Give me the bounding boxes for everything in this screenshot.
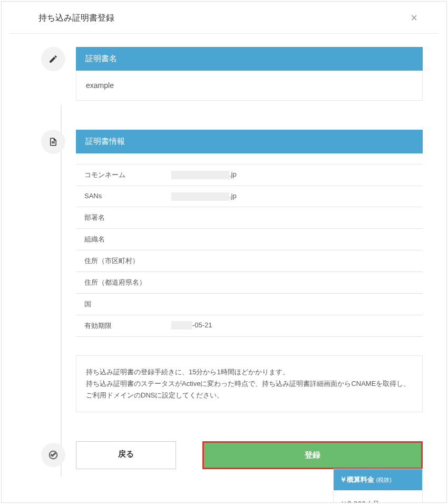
value-department (171, 213, 414, 222)
row-sans: SANs .jp (76, 186, 423, 207)
close-icon[interactable]: × (411, 12, 417, 24)
cert-name-content: 証明書名 example (76, 47, 423, 101)
value-organization (171, 235, 414, 244)
row-address-city: 住所（市区町村） (76, 250, 423, 272)
button-section: 戻る 登録 (41, 441, 423, 469)
pencil-icon (41, 47, 65, 71)
pricing-amount: ￥3,000 / 月 (334, 490, 422, 503)
redacted-value (171, 321, 192, 329)
label-expiry: 有効期限 (84, 321, 171, 331)
notice-line-2: 持ち込み証明書のステータスがActiveに変わった時点で、持ち込み証明書詳細画面… (86, 378, 413, 401)
cert-name-header: 証明書名 (76, 47, 423, 71)
cert-info-header: 証明書情報 (76, 130, 423, 153)
row-country: 国 (76, 293, 423, 315)
buttons-wrap: 戻る 登録 (76, 441, 423, 469)
label-address-pref: 住所（都道府県名） (84, 278, 171, 287)
row-department: 部署名 (76, 207, 423, 228)
cert-info-content: 証明書情報 コモンネーム .jp SANs .jp 部署名 (76, 130, 423, 412)
value-expiry: -05-21 (171, 321, 414, 331)
value-common-name: .jp (171, 170, 414, 180)
modal-header: 持ち込み証明書登録 × (9, 2, 439, 34)
cert-info-table: コモンネーム .jp SANs .jp 部署名 組織名 (76, 164, 423, 337)
section-cert-info: 証明書情報 コモンネーム .jp SANs .jp 部署名 (41, 130, 423, 412)
modal-body: 証明書名 example 証明書情報 コモンネーム .jp SAN (2, 47, 446, 469)
register-button[interactable]: 登録 (202, 441, 423, 469)
row-common-name: コモンネーム .jp (76, 164, 423, 186)
label-address-city: 住所（市区町村） (84, 256, 171, 266)
redacted-value (171, 192, 229, 201)
redacted-value (171, 171, 229, 179)
value-address-city (171, 256, 414, 266)
value-sans: .jp (171, 192, 414, 201)
check-circle-icon (41, 443, 65, 467)
value-address-pref (171, 278, 414, 287)
row-address-pref: 住所（都道府県名） (76, 272, 423, 293)
pricing-tax-note: (税抜) (376, 477, 392, 483)
row-organization: 組織名 (76, 228, 423, 250)
pricing-header: ￥概算料金 (税抜) (334, 469, 422, 490)
label-common-name: コモンネーム (84, 170, 171, 180)
pricing-title: ￥概算料金 (340, 476, 374, 483)
section-cert-name: 証明書名 example (41, 47, 423, 101)
back-button[interactable]: 戻る (76, 441, 176, 469)
label-sans: SANs (84, 192, 171, 201)
cert-name-value: example (86, 81, 413, 90)
label-country: 国 (84, 299, 171, 309)
value-country (171, 299, 414, 309)
label-organization: 組織名 (84, 235, 171, 244)
row-expiry: 有効期限 -05-21 (76, 315, 423, 337)
modal-container: 持ち込み証明書登録 × 証明書名 example 証明書情報 (1, 1, 447, 503)
document-icon (41, 130, 65, 154)
modal-title: 持ち込み証明書登録 (38, 13, 114, 24)
pricing-box: ￥概算料金 (税抜) ￥3,000 / 月 (333, 469, 423, 503)
label-department: 部署名 (84, 213, 171, 222)
notice-line-1: 持ち込み証明書の登録手続きに、15分から1時間ほどかかります。 (86, 366, 413, 378)
notice-box: 持ち込み証明書の登録手続きに、15分から1時間ほどかかります。 持ち込み証明書の… (76, 355, 423, 412)
cert-name-body: example (76, 71, 423, 101)
